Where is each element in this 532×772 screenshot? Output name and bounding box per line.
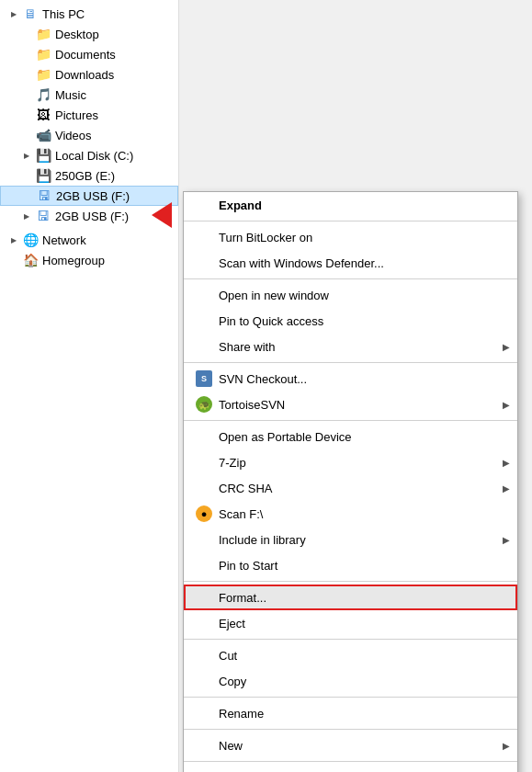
menu-item-bitlocker[interactable]: Turn BitLocker on [184, 224, 517, 250]
tree-label: Videos [55, 129, 92, 142]
network-icon: 🌐 [22, 233, 39, 247]
folder-icon: 📁 [35, 47, 51, 62]
menu-label: Turn BitLocker on [219, 231, 312, 244]
tree-item-documents[interactable]: 📁 Documents [0, 44, 178, 64]
share-icon [195, 337, 213, 356]
svn-icon: S [195, 369, 213, 388]
menu-item-portable-device[interactable]: Open as Portable Device [184, 424, 517, 449]
menu-item-share-with[interactable]: Share with ▶ [184, 334, 517, 359]
menu-item-open-new-window[interactable]: Open in new window [184, 282, 517, 308]
chevron-icon [20, 88, 33, 101]
tree-item-videos[interactable]: 📹 Videos [0, 125, 178, 145]
chevron-icon [20, 169, 33, 182]
menu-item-expand[interactable]: Expand [184, 192, 517, 218]
menu-item-copy[interactable]: Copy [184, 668, 517, 694]
menu-item-format[interactable]: Format... [184, 585, 517, 610]
submenu-arrow-icon: ▶ [503, 483, 510, 494]
menu-divider [184, 420, 517, 421]
menu-label: Copy [219, 675, 246, 688]
menu-item-svn-checkout[interactable]: S SVN Checkout... [184, 366, 517, 392]
folder-icon: 📁 [35, 67, 51, 82]
menu-label: CRC SHA [219, 482, 273, 495]
menu-item-pin-start[interactable]: Pin to Start [184, 552, 517, 578]
new-icon [195, 736, 213, 755]
tree-label: This PC [42, 7, 85, 21]
menu-label: 7-Zip [219, 456, 246, 470]
chevron-icon [7, 254, 20, 267]
menu-label: Cut [219, 649, 237, 663]
chevron-icon [20, 28, 33, 40]
folder-icon: 📁 [35, 27, 51, 41]
menu-item-defender[interactable]: Scan with Windows Defender... [184, 250, 517, 276]
tree-label: Network [42, 233, 86, 247]
menu-item-crc-sha[interactable]: CRC SHA ▶ [184, 475, 517, 501]
tree-label: Homegroup [42, 254, 105, 267]
tree-item-this-pc[interactable]: 🖥 This PC [0, 4, 178, 24]
pin-icon [195, 312, 213, 330]
tree-label: Downloads [55, 68, 114, 82]
tree-label: Desktop [55, 28, 99, 41]
menu-label: Scan with Windows Defender... [219, 256, 384, 270]
file-tree: 🖥 This PC 📁 Desktop 📁 Documents 📁 Downlo… [0, 0, 179, 772]
menu-item-scan-f[interactable]: ● Scan F:\ [184, 501, 517, 527]
tree-label: 2GB USB (F:) [56, 189, 130, 203]
tree-item-music[interactable]: 🎵 Music [0, 85, 178, 105]
drive-icon: 💾 [35, 168, 51, 183]
tree-item-homegroup[interactable]: 🏠 Homegroup [0, 250, 178, 270]
pc-icon: 🖥 [22, 6, 39, 21]
7zip-icon [195, 453, 213, 471]
menu-item-rename[interactable]: Rename [184, 700, 517, 726]
tree-label: Documents [55, 48, 116, 62]
menu-item-7zip[interactable]: 7-Zip ▶ [184, 449, 517, 475]
music-icon: 🎵 [35, 87, 51, 102]
chevron-icon [21, 189, 34, 202]
menu-label: Scan F:\ [219, 507, 263, 521]
library-icon [195, 530, 213, 549]
chevron-icon [20, 108, 33, 121]
menu-divider [184, 362, 517, 363]
tree-item-desktop[interactable]: 📁 Desktop [0, 24, 178, 44]
tree-item-downloads[interactable]: 📁 Downloads [0, 64, 178, 85]
menu-divider [184, 221, 517, 221]
menu-label: Rename [219, 707, 264, 721]
menu-divider [184, 581, 517, 582]
expand-icon [195, 196, 213, 214]
bitlocker-icon [195, 228, 213, 246]
menu-item-new[interactable]: New ▶ [184, 732, 517, 758]
menu-divider [184, 697, 517, 698]
chevron-icon [7, 233, 20, 246]
tree-label: Pictures [55, 108, 98, 122]
tree-label: 2GB USB (F:) [55, 210, 129, 223]
usb-icon: 🖫 [35, 209, 51, 223]
video-icon: 📹 [35, 128, 51, 142]
menu-divider [184, 639, 517, 640]
eject-icon [195, 614, 213, 632]
home-icon: 🏠 [22, 253, 39, 267]
menu-label: Open as Portable Device [219, 430, 352, 444]
tree-item-network[interactable]: 🌐 Network [0, 230, 178, 250]
menu-item-properties[interactable]: Properties [184, 765, 517, 772]
submenu-arrow-icon: ▶ [503, 458, 510, 468]
tree-item-250gb-e[interactable]: 💾 250GB (E:) [0, 165, 178, 186]
open-icon [195, 286, 213, 304]
menu-item-include-library[interactable]: Include in library ▶ [184, 527, 517, 552]
menu-item-cut[interactable]: Cut [184, 642, 517, 668]
chevron-icon [20, 68, 33, 81]
tree-item-pictures[interactable]: 🖼 Pictures [0, 105, 178, 125]
submenu-arrow-icon: ▶ [503, 342, 510, 352]
chevron-icon [20, 210, 33, 222]
context-menu: Expand Turn BitLocker on Scan with Windo… [183, 191, 518, 772]
pictures-icon: 🖼 [35, 108, 51, 122]
rename-icon [195, 704, 213, 722]
menu-item-tortoisesvn[interactable]: 🐢 TortoiseSVN ▶ [184, 392, 517, 417]
tree-item-local-disk-c[interactable]: 💾 Local Disk (C:) [0, 145, 178, 165]
usb-icon: 🖫 [36, 188, 52, 203]
menu-item-pin-quick-access[interactable]: Pin to Quick access [184, 308, 517, 334]
menu-item-eject[interactable]: Eject [184, 610, 517, 636]
format-icon [195, 588, 213, 607]
menu-label: Pin to Quick access [219, 314, 323, 328]
chevron-icon [7, 7, 20, 20]
menu-label: Eject [219, 617, 245, 630]
menu-label: Expand [219, 199, 262, 212]
menu-label: Format... [219, 591, 266, 605]
